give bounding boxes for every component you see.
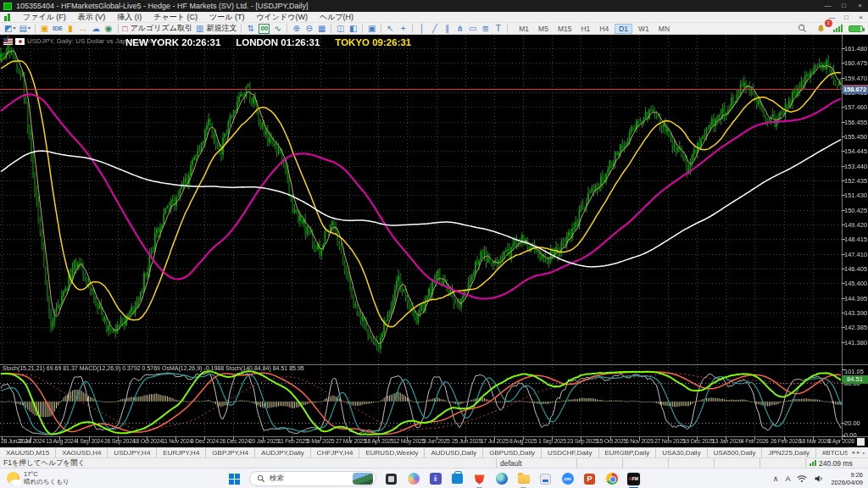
taskbar-app-edge[interactable]	[494, 472, 509, 486]
chart-tab-xauusd[interactable]: XAUUSD,M15	[0, 448, 56, 458]
chart-close-button[interactable]: ×	[854, 12, 868, 23]
chart-canvas[interactable]	[0, 35, 868, 447]
wifi-icon[interactable]	[797, 474, 807, 483]
chart-tab-eurjpy[interactable]: EURJPY,H4	[157, 448, 206, 458]
new-order-button[interactable]: ▥新規注文	[194, 23, 238, 34]
timeframe-h4[interactable]: H4	[596, 24, 612, 34]
community-button[interactable]: ◉	[103, 23, 115, 34]
trade-sessions-button[interactable]: ↔	[77, 23, 90, 34]
profiles-button[interactable]: ▤▾	[17, 23, 31, 34]
tab-list-icon[interactable]: ▪	[863, 450, 865, 456]
text-button[interactable]: T	[492, 23, 504, 34]
date-tick-label: 13 Aug 2024	[46, 438, 76, 444]
speaker-icon[interactable]	[814, 474, 824, 483]
taskbar-search-input[interactable]: 検索	[249, 471, 376, 486]
chart-tab-usdjpy[interactable]: USDJPY,H4	[108, 448, 157, 458]
timeframe-w1[interactable]: W1	[635, 24, 653, 34]
notifications-bell-icon[interactable]: 1	[815, 23, 827, 34]
taskbar-clock[interactable]: 9:26 2026/04/09	[831, 471, 863, 486]
taskbar-app-explorer[interactable]	[516, 472, 531, 486]
chart-tab-usdchf[interactable]: USDCHF,Daily	[542, 448, 598, 458]
chart-tab-eurusd[interactable]: EURUSD,Weekly	[359, 448, 425, 458]
date-tick-label: 15 Oct 2025	[597, 438, 626, 444]
vertical-line-button[interactable]: │	[415, 23, 428, 34]
chart-restore-button[interactable]: □	[839, 12, 854, 23]
chart-tab-xagusd[interactable]: XAGUSD,H4	[56, 448, 108, 458]
andrews-pitchfork-button[interactable]: ⋔	[453, 23, 466, 34]
crosshair-button[interactable]: +	[397, 23, 409, 34]
date-tick-label: 5 Mar 2025	[307, 438, 334, 444]
minimize-button[interactable]: —	[820, 0, 836, 12]
menu-tools[interactable]: ツール (T)	[203, 12, 250, 23]
rectangle-button[interactable]: ▭	[466, 23, 479, 34]
cloud-icon: ☁	[92, 23, 100, 34]
metaeditor-button[interactable]: IDE	[51, 23, 64, 34]
zoom-in-icon: ⊕	[293, 23, 300, 34]
search-icon[interactable]	[796, 23, 809, 34]
date-tick-label: 23 Sep 2025	[567, 438, 598, 444]
menu-view[interactable]: 表示 (V)	[72, 12, 112, 23]
timeframe-m15[interactable]: M15	[554, 24, 576, 34]
timeframe-m1[interactable]: M1	[515, 24, 532, 34]
timeframe-mn[interactable]: MN	[655, 24, 673, 34]
cursor-button[interactable]: ↖	[384, 23, 397, 34]
chart-tab-audusd[interactable]: AUDUSD,Daily	[425, 448, 483, 458]
chart-tab-usa30[interactable]: USA30,Daily	[656, 448, 707, 458]
taskbar-app-zoom-app[interactable]: zm	[560, 472, 575, 486]
chart-tab-audjpy[interactable]: AUDJPY,Daily	[255, 448, 311, 458]
algo-trading-button[interactable]: □アルゴリズム取引	[121, 23, 194, 34]
teams-button[interactable]: ⅱ	[428, 472, 442, 486]
menu-insert[interactable]: 挿入 (I)	[111, 12, 147, 23]
taskbar-app-store[interactable]	[450, 472, 465, 486]
chart-tab-eurgbp[interactable]: EURGBP,Daily	[599, 448, 657, 458]
taskbar-app-chrome[interactable]	[604, 472, 619, 486]
screenshot-button[interactable]: ▣	[365, 23, 378, 34]
taskbar-app-snipping-tool[interactable]	[538, 472, 553, 486]
ime-indicator[interactable]: A	[785, 474, 790, 483]
tile-windows-button[interactable]: ◫	[334, 23, 347, 34]
zoom-out-button[interactable]: ⊖	[303, 23, 315, 34]
maximize-button[interactable]: □	[836, 0, 852, 12]
timeframe-m5[interactable]: M5	[535, 24, 552, 34]
chart-tab-usa500[interactable]: USA500,Daily	[708, 448, 763, 458]
tab-scroll-left-icon[interactable]: ◂	[851, 449, 854, 456]
tick-chart-button[interactable]: ⇅	[244, 23, 257, 34]
cloud-button[interactable]: ☁	[90, 23, 103, 34]
menu-window[interactable]: ウインドウ(W)	[250, 12, 314, 23]
mql5-market-button[interactable]: ▣	[38, 23, 51, 34]
copilot-button[interactable]	[406, 472, 420, 486]
close-button[interactable]: ×	[852, 0, 868, 12]
jp-flag-icon	[15, 38, 25, 45]
windows-start-button[interactable]	[227, 472, 242, 486]
grid-button[interactable]: ▦	[315, 23, 328, 34]
new-chart-button[interactable]: ◩▾	[3, 23, 17, 34]
menu-file[interactable]: ファイル (F)	[17, 12, 72, 23]
chart-tab-gbpjpy[interactable]: GBPJPY,H4	[206, 448, 255, 458]
taskbar-weather-widget[interactable]: 17°C 晴れのちくもり	[7, 470, 70, 485]
depth-of-market-button[interactable]: 00	[257, 23, 271, 34]
toolbar-separator	[35, 24, 36, 33]
chart-tab-jpn225[interactable]: JPN225,Daily	[762, 448, 815, 458]
system-tray: ∧ A 9:26 2026/04/09	[773, 469, 863, 488]
chart-tab-chfjpy[interactable]: CHFJPY,H4	[311, 448, 360, 458]
app-icon	[3, 3, 12, 10]
cycle-lines-button[interactable]: ≣	[479, 23, 492, 34]
menu-help[interactable]: ヘルプ(H)	[314, 12, 359, 23]
chart-tab-gbpusd[interactable]: GBPUSD,Daily	[483, 448, 542, 458]
arrange-windows-button[interactable]: ◧	[347, 23, 359, 34]
lock-button[interactable]: ▮	[64, 23, 77, 34]
tab-scroll-right-icon[interactable]: ▸	[857, 449, 860, 456]
taskbar-app-brave[interactable]	[472, 472, 487, 486]
timeframe-h1[interactable]: H1	[577, 24, 593, 34]
task-view-button[interactable]	[384, 472, 398, 486]
zoom-in-button[interactable]: ⊕	[290, 23, 303, 34]
taskbar-app-powerpoint[interactable]: P	[582, 472, 597, 486]
menu-charts[interactable]: チャート (C)	[147, 12, 203, 23]
taskbar-app-hfm-terminal[interactable]: HFM	[626, 472, 641, 486]
trendline-button[interactable]: ╱	[428, 23, 441, 34]
equidistant-channel-button[interactable]: ∥	[441, 23, 453, 34]
zigzag-button[interactable]: ∿	[271, 23, 284, 34]
timeframe-d1[interactable]: D1	[615, 24, 632, 34]
profile-cell[interactable]: default	[496, 458, 576, 469]
tray-expand-icon[interactable]: ∧	[773, 474, 779, 483]
